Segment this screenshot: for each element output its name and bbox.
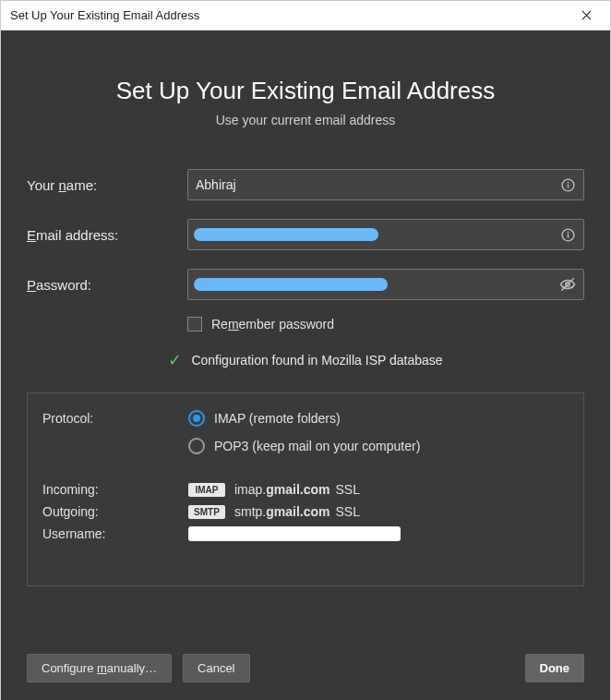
password-input-wrap [187, 269, 584, 300]
password-row: Password: [27, 269, 584, 300]
info-icon[interactable] [559, 226, 576, 243]
cancel-button[interactable]: Cancel [183, 654, 249, 682]
page-title: Set Up Your Existing Email Address [27, 77, 584, 105]
page-subtitle: Use your current email address [27, 113, 584, 127]
pop3-row: POP3 (keep mail on your computer) [42, 438, 569, 454]
window-title: Set Up Your Existing Email Address [10, 8, 199, 22]
svg-rect-5 [567, 234, 568, 237]
check-icon: ✓ [168, 350, 182, 370]
imap-badge: IMAP [188, 483, 225, 497]
password-input[interactable] [196, 270, 559, 299]
name-label: Your name: [27, 177, 187, 193]
remember-row: Remember password [187, 317, 584, 332]
name-input-wrap [187, 169, 584, 200]
details-box: Protocol: IMAP (remote folders) POP3 (ke… [27, 392, 584, 586]
email-input[interactable] [196, 220, 559, 249]
button-row: Configure manually… Cancel Done [27, 626, 584, 682]
close-button[interactable] [568, 3, 605, 29]
username-value-redacted [188, 526, 401, 541]
protocol-row: Protocol: IMAP (remote folders) [42, 410, 569, 427]
email-row: Email address: [27, 219, 584, 250]
setup-window: Set Up Your Existing Email Address Set U… [0, 0, 611, 700]
password-label: Password: [27, 277, 187, 293]
header: Set Up Your Existing Email Address Use y… [27, 77, 584, 127]
outgoing-label: Outgoing: [42, 504, 188, 519]
status-row: ✓ Configuration found in Mozilla ISP dat… [27, 350, 584, 370]
username-label: Username: [42, 526, 188, 541]
server-section: Incoming: IMAP imap.gmail.comSSL Outgoin… [42, 482, 569, 541]
incoming-value: imap.gmail.comSSL [234, 482, 360, 497]
username-row: Username: [42, 526, 569, 541]
outgoing-row: Outgoing: SMTP smtp.gmail.comSSL [42, 504, 569, 519]
outgoing-value: smtp.gmail.comSSL [234, 504, 360, 519]
name-row: Your name: [27, 169, 584, 200]
imap-radio-label[interactable]: IMAP (remote folders) [214, 411, 341, 426]
incoming-row: Incoming: IMAP imap.gmail.comSSL [42, 482, 569, 497]
eye-off-icon[interactable] [559, 276, 576, 293]
incoming-label: Incoming: [42, 482, 188, 497]
email-label: Email address: [27, 227, 187, 243]
protocol-label: Protocol: [42, 411, 188, 426]
close-icon [581, 10, 592, 20]
svg-point-4 [567, 231, 569, 233]
email-input-wrap [187, 219, 584, 250]
svg-point-1 [567, 181, 569, 183]
pop3-radio[interactable] [188, 438, 205, 454]
name-input[interactable] [196, 170, 559, 199]
smtp-badge: SMTP [188, 505, 225, 519]
info-icon[interactable] [559, 176, 576, 193]
pop3-radio-label[interactable]: POP3 (keep mail on your computer) [214, 439, 420, 453]
status-text: Configuration found in Mozilla ISP datab… [191, 353, 442, 368]
remember-label[interactable]: Remember password [211, 317, 334, 332]
imap-radio[interactable] [188, 410, 205, 427]
remember-checkbox[interactable] [187, 317, 202, 332]
done-button[interactable]: Done [525, 654, 585, 682]
content-area: Set Up Your Existing Email Address Use y… [1, 30, 610, 700]
configure-manually-button[interactable]: Configure manually… [27, 654, 172, 682]
titlebar: Set Up Your Existing Email Address [1, 1, 610, 30]
svg-rect-2 [567, 184, 568, 187]
